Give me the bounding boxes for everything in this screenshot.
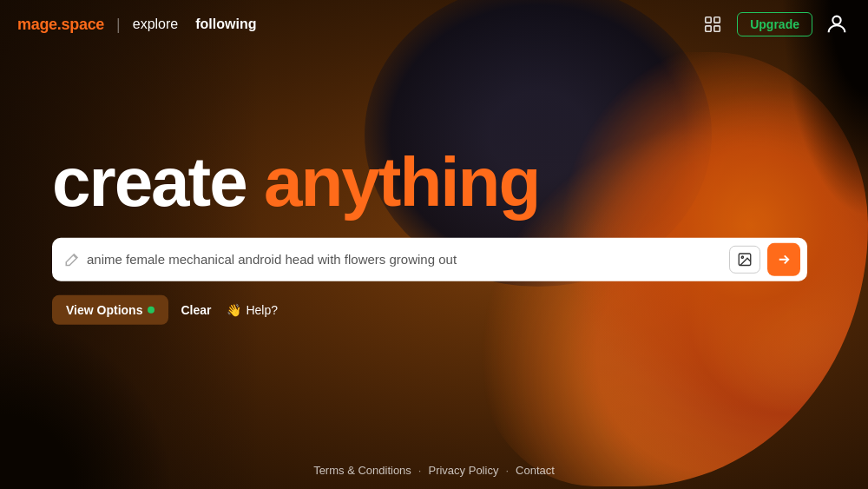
contact-link[interactable]: Contact	[516, 464, 555, 477]
status-dot	[148, 306, 155, 313]
hero-title: create anything	[52, 147, 816, 216]
profile-button[interactable]	[823, 10, 851, 38]
hero-title-white: create	[52, 142, 247, 220]
terms-link[interactable]: Terms & Conditions	[313, 464, 411, 477]
action-bar: View Options Clear 👋 Help?	[52, 294, 816, 324]
svg-point-4	[832, 17, 840, 24]
nav-explore[interactable]: explore	[133, 17, 178, 32]
svg-rect-2	[706, 26, 711, 31]
hero-section: create anything View Options	[0, 147, 868, 324]
help-emoji: 👋	[227, 302, 241, 316]
nav-following[interactable]: following	[195, 17, 256, 32]
svg-point-6	[741, 256, 743, 258]
upgrade-button[interactable]: Upgrade	[737, 12, 812, 36]
logo[interactable]: mage.space	[17, 16, 104, 34]
nav-divider: |	[116, 16, 121, 34]
help-label: Help?	[246, 302, 278, 316]
hero-title-orange: anything	[264, 142, 539, 220]
svg-rect-1	[714, 17, 720, 23]
view-options-label: View Options	[66, 302, 142, 316]
svg-rect-0	[706, 17, 711, 23]
footer-dot-1: ·	[418, 464, 422, 477]
help-button[interactable]: 👋 Help?	[223, 294, 281, 324]
privacy-link[interactable]: Privacy Policy	[428, 464, 498, 477]
compare-icon-button[interactable]	[699, 10, 727, 38]
wand-icon	[64, 251, 80, 267]
clear-button[interactable]: Clear	[177, 294, 214, 324]
search-input[interactable]	[87, 252, 722, 267]
navbar: mage.space | explore following Upgrade	[0, 0, 868, 49]
svg-rect-3	[714, 26, 720, 31]
search-submit-button[interactable]	[767, 242, 800, 275]
nav-right: Upgrade	[699, 10, 851, 38]
footer: Terms & Conditions · Privacy Policy · Co…	[0, 451, 868, 489]
footer-dot-2: ·	[505, 464, 509, 477]
search-bar	[52, 237, 807, 281]
image-upload-button[interactable]	[729, 245, 760, 273]
view-options-button[interactable]: View Options	[52, 294, 168, 324]
